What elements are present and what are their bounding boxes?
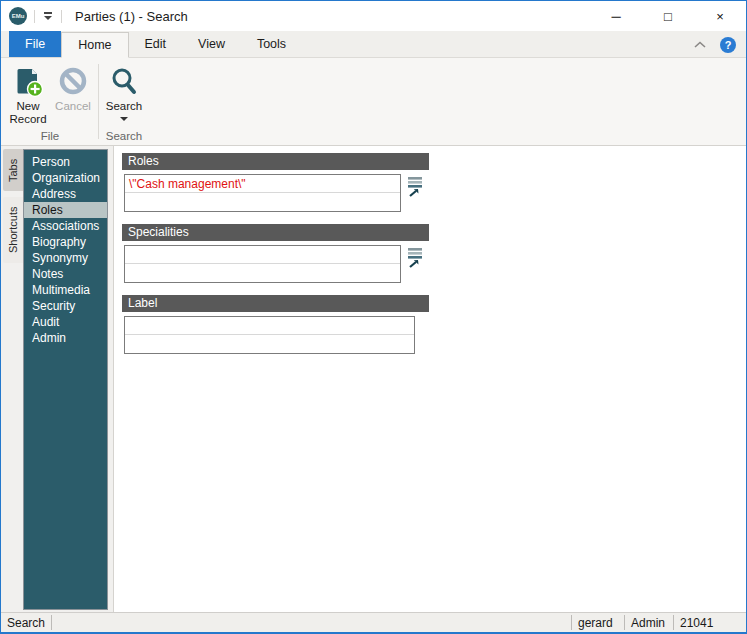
sidebar-item-associations[interactable]: Associations <box>24 218 107 234</box>
ribbon-group-search: Search Search <box>102 60 146 145</box>
side-tab-shortcuts[interactable]: Shortcuts <box>3 197 23 263</box>
sidebar-item-person[interactable]: Person <box>24 154 107 170</box>
search-button[interactable]: Search <box>102 60 146 121</box>
titlebar-separator <box>34 10 35 23</box>
lookup-list-icon[interactable] <box>407 176 424 197</box>
roles-field-value[interactable]: \"Cash management\" <box>125 175 400 193</box>
ribbon-group-label-search: Search <box>102 130 146 145</box>
sidebar-item-biography[interactable]: Biography <box>24 234 107 250</box>
roles-field[interactable]: \"Cash management\" <box>124 174 401 212</box>
new-record-button[interactable]: New Record <box>5 60 51 126</box>
specialities-field-value[interactable] <box>125 246 400 264</box>
tab-view[interactable]: View <box>182 31 241 57</box>
new-record-icon <box>12 64 44 100</box>
app-window: EMu Parties (1) - Search ─ □ × File Home… <box>0 0 747 634</box>
minimize-button[interactable]: ─ <box>590 1 642 31</box>
form-panel: Roles \"Cash management\" <box>113 146 746 612</box>
sidebar-item-synonymy[interactable]: Synonymy <box>24 250 107 266</box>
ribbon-group-file: New Record Cancel File <box>5 60 95 145</box>
sidebar-item-audit[interactable]: Audit <box>24 314 107 330</box>
sidebar-item-security[interactable]: Security <box>24 298 107 314</box>
ribbon-group-label-file: File <box>5 130 95 145</box>
label-field[interactable] <box>124 316 415 354</box>
section-label: Label <box>122 295 746 354</box>
side-tab-tabs[interactable]: Tabs <box>3 149 23 191</box>
close-button[interactable]: × <box>694 1 746 31</box>
sidebar-item-notes[interactable]: Notes <box>24 266 107 282</box>
main-area: Tabs Shortcuts Person Organization Addre… <box>1 146 746 612</box>
search-icon <box>108 64 140 100</box>
status-group: Admin <box>625 613 673 632</box>
sidebar-item-address[interactable]: Address <box>24 186 107 202</box>
help-icon[interactable]: ? <box>720 37 736 53</box>
tab-edit[interactable]: Edit <box>129 31 183 57</box>
sidebar-item-admin[interactable]: Admin <box>24 330 107 346</box>
status-bar: Search gerard Admin 21041 <box>1 612 746 632</box>
titlebar: EMu Parties (1) - Search ─ □ × <box>1 1 746 31</box>
section-roles: Roles \"Cash management\" <box>122 153 746 212</box>
side-tab-strip: Tabs Shortcuts <box>1 146 23 612</box>
label-field-value[interactable] <box>125 317 414 335</box>
specialities-field[interactable] <box>124 245 401 283</box>
maximize-button[interactable]: □ <box>642 1 694 31</box>
sidebar-item-multimedia[interactable]: Multimedia <box>24 282 107 298</box>
ribbon: New Record Cancel File <box>1 58 746 146</box>
search-dropdown-arrow-icon[interactable] <box>120 117 128 121</box>
sidebar-item-organization[interactable]: Organization <box>24 170 107 186</box>
section-header-specialities: Specialities <box>122 224 429 241</box>
collapse-ribbon-icon[interactable] <box>694 41 706 49</box>
status-mode: Search <box>1 613 51 632</box>
tab-list: Person Organization Address Roles Associ… <box>23 149 108 610</box>
ribbon-tab-bar: File Home Edit View Tools ? <box>1 31 746 58</box>
tab-tools[interactable]: Tools <box>241 31 302 57</box>
cancel-button[interactable]: Cancel <box>51 60 95 113</box>
status-number: 21041 <box>674 613 746 632</box>
section-header-roles: Roles <box>122 153 429 170</box>
titlebar-separator <box>61 10 62 23</box>
section-specialities: Specialities <box>122 224 746 283</box>
status-user: gerard <box>572 613 624 632</box>
ribbon-group-separator <box>98 64 99 139</box>
app-icon: EMu <box>9 7 27 25</box>
window-controls: ─ □ × <box>590 1 746 31</box>
roles-field-row2[interactable] <box>125 193 400 211</box>
cancel-icon <box>57 64 89 100</box>
label-field-row2[interactable] <box>125 335 414 353</box>
section-header-label: Label <box>122 295 429 312</box>
quick-access-dropdown-icon[interactable] <box>42 12 54 20</box>
tab-home[interactable]: Home <box>61 32 128 58</box>
lookup-list-icon[interactable] <box>407 247 424 268</box>
sidebar-item-roles[interactable]: Roles <box>24 202 107 218</box>
tab-file[interactable]: File <box>9 31 61 57</box>
specialities-field-row2[interactable] <box>125 264 400 282</box>
window-title: Parties (1) - Search <box>75 9 188 24</box>
